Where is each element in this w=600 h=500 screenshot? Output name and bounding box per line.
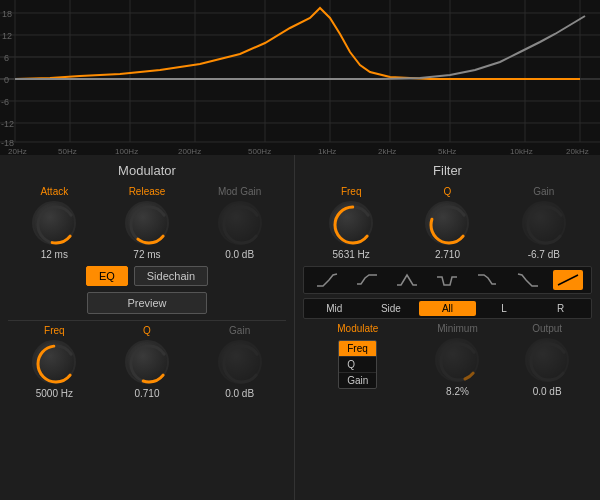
release-knob[interactable]	[125, 201, 169, 245]
svg-point-50	[528, 207, 564, 243]
mod-freq-label: Freq	[44, 325, 65, 336]
channel-all[interactable]: All	[419, 301, 476, 316]
filter-q-knob[interactable]	[425, 201, 469, 245]
minimum-knob[interactable]	[435, 338, 479, 382]
minimum-label: Minimum	[437, 323, 478, 334]
eq-sidechain-row: EQ Sidechain	[8, 266, 286, 286]
mod-item-freq[interactable]: Freq	[339, 341, 376, 357]
filter-gain-knob[interactable]	[522, 201, 566, 245]
channel-mid[interactable]: Mid	[306, 301, 363, 316]
svg-text:0: 0	[4, 75, 9, 85]
svg-text:100Hz: 100Hz	[115, 147, 138, 155]
mod-gain2-label: Gain	[229, 325, 250, 336]
filter-shape-row	[303, 266, 592, 294]
mod-q-value: 0.710	[134, 388, 159, 399]
filter-panel: Filter Freq 5631 Hz Q	[295, 155, 600, 500]
mod-gain-value: 0.0 dB	[225, 249, 254, 260]
svg-text:18: 18	[2, 9, 12, 19]
attack-value: 12 ms	[41, 249, 68, 260]
filter-knob-row: Freq 5631 Hz Q 2.710	[303, 186, 592, 260]
shape-bell[interactable]	[392, 270, 422, 290]
mod-q-group: Q 0.710	[112, 325, 182, 399]
mod-gain2-value: 0.0 dB	[225, 388, 254, 399]
shape-hshelf[interactable]	[473, 270, 503, 290]
svg-point-45	[224, 346, 260, 382]
channel-l[interactable]: L	[476, 301, 533, 316]
modulate-label: Modulate	[337, 323, 378, 334]
svg-text:6: 6	[4, 53, 9, 63]
release-value: 72 ms	[133, 249, 160, 260]
svg-text:-6: -6	[1, 97, 9, 107]
mod-dropdown: Freq Q Gain	[338, 340, 377, 389]
mod-item-gain[interactable]: Gain	[339, 373, 376, 388]
minimum-group: Minimum 8.2%	[422, 323, 492, 397]
mod-q-knob[interactable]	[125, 340, 169, 384]
filter-freq-group: Freq 5631 Hz	[316, 186, 386, 260]
shape-tilt[interactable]	[553, 270, 583, 290]
mod-gain-knob[interactable]	[218, 201, 262, 245]
modulate-column: Modulate Freq Q Gain	[313, 323, 403, 389]
filter-q-value: 2.710	[435, 249, 460, 260]
mod-item-q[interactable]: Q	[339, 357, 376, 373]
eq-button[interactable]: EQ	[86, 266, 128, 286]
svg-text:10kHz: 10kHz	[510, 147, 533, 155]
filter-q-label: Q	[444, 186, 452, 197]
svg-point-40	[224, 207, 260, 243]
svg-text:20Hz: 20Hz	[8, 147, 27, 155]
attack-knob[interactable]	[32, 201, 76, 245]
mod-gain-group: Mod Gain 0.0 dB	[205, 186, 275, 260]
output-knob[interactable]	[525, 338, 569, 382]
svg-text:-12: -12	[1, 119, 14, 129]
modulator-knob-row: Attack 12 ms Release 72	[8, 186, 286, 260]
svg-text:20kHz: 20kHz	[566, 147, 589, 155]
output-value: 0.0 dB	[533, 386, 562, 397]
svg-text:12: 12	[2, 31, 12, 41]
output-group: Output 0.0 dB	[512, 323, 582, 397]
release-group: Release 72 ms	[112, 186, 182, 260]
shape-lp[interactable]	[312, 270, 342, 290]
preview-button[interactable]: Preview	[87, 292, 207, 314]
sidechain-button[interactable]: Sidechain	[134, 266, 208, 286]
modulator-lower-knob-row: Freq 5000 Hz Q 0.710	[8, 325, 286, 399]
filter-freq-value: 5631 Hz	[333, 249, 370, 260]
attack-group: Attack 12 ms	[19, 186, 89, 260]
shape-hp[interactable]	[513, 270, 543, 290]
filter-title: Filter	[303, 163, 592, 178]
shape-lshelf[interactable]	[352, 270, 382, 290]
svg-text:200Hz: 200Hz	[178, 147, 201, 155]
output-label: Output	[532, 323, 562, 334]
channel-row: Mid Side All L R	[303, 298, 592, 319]
filter-lower-row: Modulate Freq Q Gain Minimum 8.2%	[303, 323, 592, 397]
modulator-panel: Modulator Attack 12 ms Release	[0, 155, 295, 500]
preview-row: Preview	[8, 292, 286, 314]
eq-chart: 18 12 6 0 -6 -12 -18 20Hz 50Hz 100Hz 200…	[0, 0, 600, 155]
filter-gain-group: Gain -6.7 dB	[509, 186, 579, 260]
filter-q-group: Q 2.710	[412, 186, 482, 260]
svg-text:5kHz: 5kHz	[438, 147, 456, 155]
mod-gain2-knob[interactable]	[218, 340, 262, 384]
mod-q-label: Q	[143, 325, 151, 336]
minimum-value: 8.2%	[446, 386, 469, 397]
channel-r[interactable]: R	[532, 301, 589, 316]
svg-text:2kHz: 2kHz	[378, 147, 396, 155]
svg-text:50Hz: 50Hz	[58, 147, 77, 155]
filter-gain-label: Gain	[533, 186, 554, 197]
filter-freq-knob[interactable]	[329, 201, 373, 245]
svg-point-53	[531, 344, 567, 380]
release-label: Release	[129, 186, 166, 197]
shape-notch[interactable]	[432, 270, 462, 290]
filter-freq-label: Freq	[341, 186, 362, 197]
attack-label: Attack	[40, 186, 68, 197]
mod-gain2-group: Gain 0.0 dB	[205, 325, 275, 399]
mod-freq-knob[interactable]	[32, 340, 76, 384]
modulator-title: Modulator	[8, 163, 286, 178]
filter-gain-value: -6.7 dB	[528, 249, 560, 260]
mod-freq-group: Freq 5000 Hz	[19, 325, 89, 399]
mod-freq-value: 5000 Hz	[36, 388, 73, 399]
svg-text:1kHz: 1kHz	[318, 147, 336, 155]
svg-text:500Hz: 500Hz	[248, 147, 271, 155]
channel-side[interactable]: Side	[363, 301, 420, 316]
mod-gain-label: Mod Gain	[218, 186, 261, 197]
